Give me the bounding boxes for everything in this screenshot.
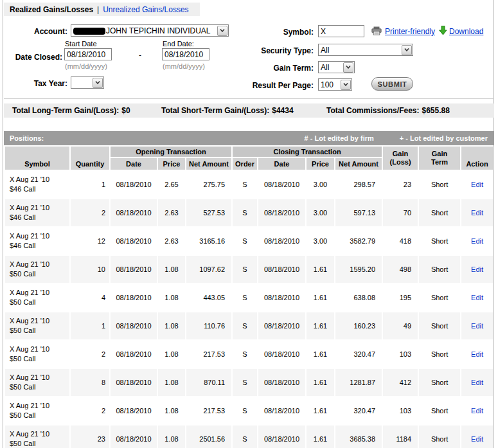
cell-opening-price: 2.63	[158, 228, 185, 255]
cell-gain-term: Short	[419, 199, 460, 226]
tax-year-select[interactable]	[71, 76, 104, 89]
cell-closing-price: 1.61	[307, 256, 334, 283]
tab-realized-gains[interactable]: Realized Gains/Losses	[10, 5, 93, 14]
col-opening-net-amount: Net Amount	[186, 158, 231, 170]
cell-quantity: 4	[71, 284, 109, 311]
totals-bar: Total Long-Term Gain/(Loss):$0 Total Sho…	[4, 103, 494, 118]
cell-quantity: 23	[71, 426, 109, 448]
table-row: X Aug 21 '10$50 Call 8 08/18/2010 1.08 8…	[5, 369, 493, 396]
edit-link[interactable]: Edit	[471, 209, 483, 217]
edit-link[interactable]: Edit	[471, 237, 483, 245]
edit-link[interactable]: Edit	[471, 407, 483, 415]
printer-icon	[371, 26, 382, 37]
cell-gain-term: Short	[419, 369, 460, 396]
cell-opening-price: 1.08	[158, 369, 185, 396]
cell-opening-price: 1.08	[158, 397, 185, 424]
cell-gain-loss: 1184	[383, 426, 418, 448]
start-date-format-hint: (mm/dd/yyyy)	[65, 62, 107, 70]
cell-symbol: X Aug 21 '10$50 Call	[5, 426, 69, 448]
cell-quantity: 2	[71, 341, 109, 368]
date-closed-label: Date Closed:	[4, 53, 62, 62]
gain-term-label: Gain Term:	[236, 64, 314, 73]
legend-lot-edited-by-customer: + - Lot edited by customer	[400, 134, 488, 142]
chevron-down-icon	[341, 80, 351, 90]
edit-link[interactable]: Edit	[471, 350, 483, 358]
cell-closing-price: 1.61	[307, 284, 334, 311]
cell-opening-net-amount: 110.76	[186, 312, 231, 339]
cell-closing-price: 1.61	[307, 312, 334, 339]
submit-button[interactable]: SUBMIT	[371, 77, 413, 91]
download-link[interactable]: Download	[449, 27, 483, 36]
tab-unrealized-gains[interactable]: Unrealized Gains/Losses	[103, 5, 188, 14]
cell-order: S	[233, 171, 257, 198]
cell-closing-date: 08/18/2010	[258, 256, 305, 283]
symbol-line-2: $46 Call	[10, 213, 69, 222]
cell-action: Edit	[461, 426, 493, 448]
cell-symbol: X Aug 21 '10$50 Call	[5, 397, 69, 424]
cell-closing-date: 08/18/2010	[258, 228, 305, 255]
end-date-input[interactable]	[162, 48, 209, 60]
cell-opening-price: 2.65	[158, 171, 185, 198]
cell-opening-date: 08/18/2010	[111, 256, 157, 283]
cell-symbol: X Aug 21 '10$46 Call	[5, 171, 69, 198]
security-type-select[interactable]: All	[318, 44, 413, 56]
edit-link[interactable]: Edit	[471, 294, 483, 301]
account-select[interactable]: JOHN TEPICHIN INDIVIDUAL	[71, 24, 229, 37]
gain-term-select[interactable]: All	[318, 61, 355, 73]
symbol-line-1: X Aug 21 '10	[10, 288, 69, 298]
edit-link[interactable]: Edit	[471, 379, 483, 386]
cell-closing-net-amount: 3685.38	[335, 426, 382, 448]
edit-link[interactable]: Edit	[471, 435, 483, 443]
legend-lot-edited-by-firm: # - Lot edited by firm	[305, 134, 374, 142]
tab-bar: Realized Gains/Losses | Unrealized Gains…	[4, 3, 200, 16]
cell-closing-net-amount: 160.23	[335, 312, 382, 339]
cell-order: S	[233, 256, 257, 283]
table-row: X Aug 21 '10$50 Call 1 08/18/2010 1.08 1…	[5, 312, 493, 339]
chevron-down-icon	[93, 78, 103, 88]
cell-gain-term: Short	[419, 426, 460, 448]
gain-term-select-value: All	[319, 63, 342, 72]
col-closing-date: Date	[258, 158, 305, 170]
cell-opening-net-amount: 527.53	[186, 199, 231, 226]
date-range-separator: -	[139, 51, 141, 60]
cell-opening-date: 08/18/2010	[111, 341, 157, 368]
cell-symbol: X Aug 21 '10$50 Call	[5, 369, 69, 396]
start-date-input[interactable]	[64, 48, 112, 60]
cell-order: S	[233, 397, 257, 424]
col-gain-term: GainTerm	[419, 147, 460, 170]
cell-action: Edit	[461, 199, 493, 226]
symbol-line-1: X Aug 21 '10	[10, 373, 69, 382]
cell-opening-price: 1.08	[158, 312, 185, 339]
symbol-line-2: $50 Call	[10, 439, 69, 448]
cell-gain-term: Short	[419, 256, 460, 283]
security-type-label: Security Type:	[222, 46, 314, 55]
cell-closing-net-amount: 320.47	[335, 397, 382, 424]
cell-closing-date: 08/18/2010	[258, 369, 305, 396]
result-per-page-select-value: 100	[319, 80, 339, 89]
symbol-input[interactable]	[318, 25, 364, 37]
col-order: Order	[233, 158, 257, 170]
col-gain-loss: Gain(Loss)	[383, 147, 418, 170]
printer-friendly-link[interactable]: Printer-friendly	[385, 27, 435, 36]
cell-gain-loss: 103	[383, 397, 418, 424]
symbol-label: Symbol:	[237, 28, 314, 37]
chevron-down-icon	[217, 26, 227, 36]
cell-quantity: 2	[71, 397, 109, 424]
symbol-line-2: $50 Call	[10, 354, 69, 364]
chevron-down-icon	[343, 62, 353, 73]
cell-closing-price: 1.61	[307, 341, 334, 368]
cell-action: Edit	[461, 341, 493, 368]
cell-symbol: X Aug 21 '10$50 Call	[5, 312, 69, 339]
cell-closing-date: 08/18/2010	[258, 426, 305, 448]
cell-closing-price: 3.00	[307, 199, 334, 226]
edit-link[interactable]: Edit	[471, 181, 483, 188]
tab-separator: |	[97, 5, 99, 14]
cell-order: S	[233, 284, 257, 311]
cell-closing-date: 08/18/2010	[258, 397, 305, 424]
result-per-page-select[interactable]: 100	[318, 78, 352, 91]
edit-link[interactable]: Edit	[471, 322, 483, 330]
cell-gain-loss: 70	[383, 199, 418, 226]
edit-link[interactable]: Edit	[471, 265, 483, 273]
cell-closing-net-amount: 597.13	[335, 199, 382, 226]
symbol-line-2: $50 Call	[10, 326, 69, 336]
